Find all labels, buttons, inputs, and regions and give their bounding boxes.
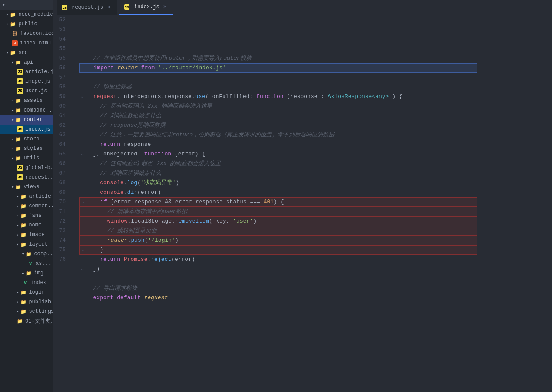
sidebar-label: image [29, 232, 44, 238]
fold-indicator[interactable]: ⌄ [81, 264, 86, 274]
sidebar-item-request-js[interactable]: JS request... [0, 172, 53, 182]
tab-request-js[interactable]: JS request.js × [57, 0, 117, 15]
sidebar-item-comp[interactable]: 📁 comp... [0, 249, 53, 259]
tab-label: request.js [72, 4, 103, 10]
chevron-right-icon [11, 146, 14, 151]
folder-icon: 📁 [20, 298, 27, 305]
sidebar-item-01-folder[interactable]: 📁 01-文件夹... [0, 316, 53, 326]
code-line: export default request [81, 293, 549, 303]
folder-icon: 📁 [25, 250, 32, 257]
folder-icon: 📁 [15, 155, 22, 162]
chevron-right-icon [22, 271, 24, 276]
sidebar-item-src[interactable]: 📁 src [0, 48, 53, 57]
code-token: return [100, 140, 120, 149]
sidebar-item-views[interactable]: 📁 views [0, 182, 53, 192]
code-token [87, 236, 107, 245]
sidebar-label: 01-文件夹... [25, 318, 53, 325]
sidebar-item-assets[interactable]: 📁 assets [0, 96, 53, 105]
code-token [120, 255, 124, 264]
code-token: 401 [264, 197, 274, 207]
fold-indicator[interactable]: ⌄ [81, 92, 86, 101]
image-icon: 🖼 [11, 30, 18, 37]
line-number: 60 [53, 101, 69, 111]
folder-icon: 📁 [15, 135, 22, 142]
sidebar-label: assets [24, 98, 42, 104]
code-token: (response : [284, 92, 328, 101]
sidebar-item-login[interactable]: 📁 login [0, 287, 53, 297]
fold-indicator[interactable]: ⌄ [81, 245, 87, 255]
sidebar-item-node-modules[interactable]: 📁 node_modules [0, 10, 53, 19]
code-token: . [128, 236, 131, 245]
sidebar-item-article-folder[interactable]: 📁 article [0, 192, 53, 201]
sidebar-item-fans[interactable]: 📁 fans [0, 211, 53, 220]
sidebar-item-styles[interactable]: 📁 styles [0, 144, 53, 153]
sidebar-item-router[interactable]: 📁 router [0, 115, 53, 125]
sidebar-item-home[interactable]: 📁 home [0, 220, 53, 230]
line-number: 63 [53, 130, 69, 140]
sidebar-item-components[interactable]: 📁 compone... [0, 105, 53, 115]
sidebar-label: node_modules [18, 11, 53, 17]
code-token: '状态码异常' [141, 178, 176, 188]
sidebar-item-layout[interactable]: 📁 layout [0, 240, 53, 249]
code-content: // 在非组件成员中想要使用router，则需要导入router模块 impor… [74, 15, 552, 392]
vue-icon: V [22, 279, 29, 286]
code-line: // 跳转到登录页面 [79, 226, 477, 236]
code-line [81, 73, 549, 82]
folder-icon: 📁 [15, 183, 22, 190]
folder-icon: 📁 [10, 20, 17, 27]
tab-index-js[interactable]: JS index.js × [119, 0, 173, 15]
tab-bar: JS request.js × JS index.js × [53, 0, 552, 15]
sidebar-item-project[interactable] [0, 0, 53, 10]
sidebar-label: img [34, 270, 44, 276]
sidebar-item-article-js[interactable]: JS article.js [0, 67, 53, 77]
chevron-right-icon [17, 300, 19, 304]
sidebar-item-image-js[interactable]: JS image.js [0, 77, 53, 86]
line-number: 53 [53, 25, 69, 34]
sidebar-item-api[interactable]: 📁 api [0, 57, 53, 67]
code-token [86, 293, 93, 303]
folder-icon: 📁 [17, 318, 24, 324]
sidebar-item-publish[interactable]: 📁 publish [0, 297, 53, 307]
code-line [81, 274, 549, 284]
fold-indicator[interactable]: ⌄ [81, 197, 87, 207]
sidebar-item-store[interactable]: 📁 store [0, 134, 53, 144]
sidebar-item-utils[interactable]: 📁 utils [0, 153, 53, 163]
folder-icon: 📁 [15, 107, 22, 114]
code-editor[interactable]: 5253545555565758596061626364656667686970… [53, 15, 552, 392]
line-number: 74 [53, 236, 69, 245]
code-line: // 对响应错误做点什么 [81, 169, 549, 178]
vue-icon: V [27, 260, 34, 267]
sidebar-label: global-b... [25, 165, 53, 171]
close-icon[interactable]: × [105, 4, 112, 11]
code-token: ) [175, 236, 179, 245]
sidebar-item-settings[interactable]: 📁 settings [0, 307, 53, 316]
sidebar-item-index-html[interactable]: H index.html [0, 38, 53, 48]
code-token: // 注意：一定要把响应结果return，否则前端（真正发请求的位置）拿不到后端… [86, 130, 334, 140]
code-token: router [107, 236, 128, 245]
js-icon: JS [17, 164, 24, 171]
code-token: // 在非组件成员中想要使用router，则需要导入router模块 [86, 54, 252, 63]
code-line: // 所有响应码为 2xx 的响应都会进入这里 [81, 101, 549, 111]
sidebar-item-user-js[interactable]: JS user.js [0, 86, 53, 96]
code-line: // response是响应数据 [81, 121, 549, 130]
code-token: (error) [137, 188, 161, 197]
sidebar-item-as[interactable]: V as... [0, 259, 53, 268]
fold-indicator[interactable]: ⌄ [81, 149, 86, 159]
sidebar-item-favicon[interactable]: 🖼 favicon.ico [0, 29, 53, 38]
close-icon[interactable]: × [162, 3, 169, 10]
chevron-right-icon [11, 108, 14, 113]
sidebar-item-image-folder[interactable]: 📁 image [0, 230, 53, 240]
sidebar-item-router-index[interactable]: JS index.js [0, 125, 53, 134]
sidebar-item-img[interactable]: 📁 img [0, 268, 53, 278]
sidebar-item-global-b[interactable]: JS global-b... [0, 163, 53, 172]
code-token [87, 197, 100, 207]
code-token [86, 178, 100, 188]
chevron-right-icon [17, 204, 19, 209]
sidebar-item-commer[interactable]: 📁 commer... [0, 201, 53, 211]
code-token [86, 188, 100, 197]
sidebar-item-index-vue[interactable]: V index [0, 278, 53, 287]
line-number: 66 [53, 159, 69, 169]
sidebar-item-public[interactable]: 📁 public [0, 19, 53, 29]
line-number: 65 [53, 149, 69, 159]
chevron-right-icon [17, 213, 19, 218]
